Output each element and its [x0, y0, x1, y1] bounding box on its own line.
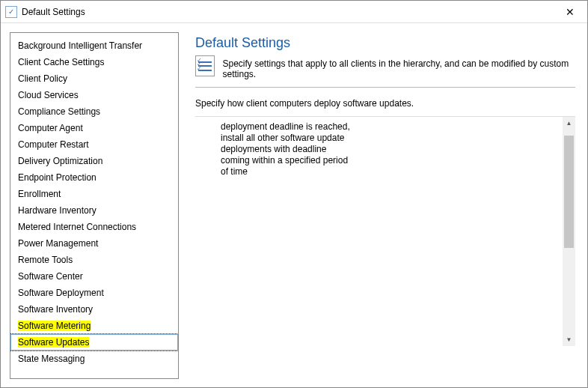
sidebar-item-label: Hardware Inventory: [18, 205, 97, 216]
sidebar-item[interactable]: Remote Tools: [10, 252, 178, 268]
sidebar-item[interactable]: State Messaging: [10, 351, 178, 367]
sidebar-item-label: Software Updates: [18, 337, 89, 348]
sidebar-item[interactable]: Software Metering: [10, 318, 178, 334]
settings-scrollbar[interactable]: ▲ ▼: [563, 117, 575, 346]
sidebar-item-label: Metered Internet Connections: [18, 222, 136, 232]
sidebar-item-label: State Messaging: [18, 354, 85, 364]
sidebar-item-label: Software Metering: [18, 321, 91, 331]
sidebar-item-label: Computer Agent: [18, 123, 83, 133]
sidebar-item[interactable]: Compliance Settings: [10, 103, 178, 120]
sidebar-item[interactable]: Endpoint Protection: [10, 169, 178, 186]
sidebar-item-label: Cloud Services: [18, 90, 79, 100]
scroll-down-arrow-icon[interactable]: ▼: [563, 333, 575, 346]
sidebar-item[interactable]: Enrollment: [10, 186, 178, 202]
sidebar-item-label: Client Cache Settings: [18, 57, 104, 67]
sidebar-item[interactable]: Computer Agent: [10, 120, 178, 136]
close-icon: ✕: [566, 6, 575, 18]
sidebar-item-label: Enrollment: [18, 189, 61, 199]
sidebar-item[interactable]: Background Intelligent Transfer: [10, 37, 178, 54]
sidebar-item-label: Delivery Optimization: [18, 156, 102, 166]
sidebar-item-label: Computer Restart: [18, 139, 89, 150]
category-sidebar[interactable]: Background Intelligent TransferClient Ca…: [10, 32, 179, 379]
sidebar-item-label: Compliance Settings: [18, 106, 100, 117]
sidebar-item[interactable]: Hardware Inventory: [10, 202, 178, 219]
sidebar-item-label: Endpoint Protection: [18, 172, 97, 183]
sidebar-item[interactable]: Power Management: [10, 235, 178, 252]
sidebar-item-label: Remote Tools: [18, 255, 73, 265]
scroll-up-arrow-icon[interactable]: ▲: [563, 117, 575, 130]
scroll-thumb[interactable]: [564, 136, 574, 248]
dialog-body: Background Intelligent TransferClient Ca…: [1, 23, 587, 388]
sidebar-item[interactable]: Cloud Services: [10, 87, 178, 103]
sidebar-item[interactable]: Client Cache Settings: [10, 54, 178, 70]
sidebar-item[interactable]: Software Center: [10, 268, 178, 285]
checklist-icon: [195, 55, 215, 76]
sidebar-item-label: Software Inventory: [18, 304, 93, 315]
main-panel: Default Settings Specify settings that a…: [182, 23, 587, 388]
page-description: Specify settings that apply to all clien…: [222, 55, 575, 79]
sidebar-item-label: Background Intelligent Transfer: [18, 40, 142, 51]
sidebar-item-label: Software Center: [18, 271, 83, 282]
sidebar-item[interactable]: Software Inventory: [10, 301, 178, 318]
sidebar-item[interactable]: Metered Internet Connections: [10, 219, 178, 235]
sidebar-item[interactable]: Software Updates: [10, 334, 178, 351]
sidebar-item[interactable]: Computer Restart: [10, 136, 178, 153]
sidebar-item-label: Software Deployment: [18, 288, 104, 298]
sidebar-item-label: Client Policy: [18, 73, 67, 84]
scroll-track[interactable]: [563, 130, 575, 333]
section-note: Specify how client computers deploy soft…: [195, 98, 575, 109]
settings-pane: deployment deadline is reached, install …: [195, 116, 575, 346]
titlebar: ✓ Default Settings ✕: [1, 1, 587, 23]
page-header: Specify settings that apply to all clien…: [195, 55, 575, 79]
window-title: Default Settings: [22, 7, 553, 17]
app-icon: ✓: [5, 6, 17, 18]
setting-label-partial: deployment deadline is reached, install …: [221, 121, 358, 178]
sidebar-item-label: Power Management: [18, 238, 98, 249]
page-title: Default Settings: [195, 35, 575, 51]
sidebar-item[interactable]: Software Deployment: [10, 285, 178, 301]
sidebar-item[interactable]: Client Policy: [10, 70, 178, 87]
sidebar-item[interactable]: Delivery Optimization: [10, 153, 178, 169]
close-button[interactable]: ✕: [553, 1, 587, 23]
divider: [195, 87, 575, 88]
dialog-window: ✓ Default Settings ✕ Background Intellig…: [0, 0, 588, 388]
